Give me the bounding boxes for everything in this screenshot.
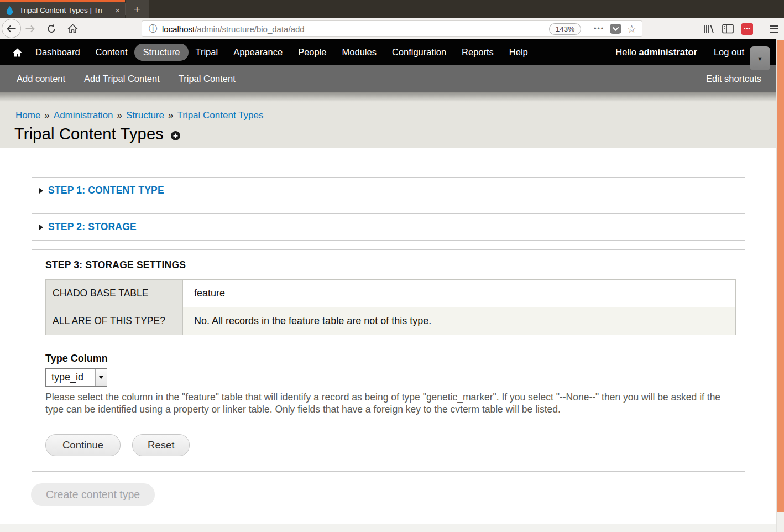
shortcut-add-tripal-content[interactable]: Add Tripal Content <box>84 74 160 84</box>
scrollbar-thumb[interactable] <box>777 40 784 512</box>
admin-menu: Dashboard Content Structure Tripal Appea… <box>35 44 528 61</box>
step3-fieldset: STEP 3: STORAGE SETTINGS CHADO BASE TABL… <box>32 249 745 472</box>
drupal-favicon-icon <box>5 6 14 15</box>
breadcrumb-tripal-content-types[interactable]: Tripal Content Types <box>177 110 263 121</box>
reset-button[interactable]: Reset <box>132 434 190 456</box>
url-host: localhost <box>162 24 195 34</box>
greeting-prefix: Hello <box>615 47 639 57</box>
chado-base-table-label: CHADO BASE TABLE <box>46 280 183 307</box>
admin-item-configuration[interactable]: Configuration <box>392 47 446 58</box>
chado-base-table-value: feature <box>183 280 736 307</box>
page-title-row: Tripal Content Types <box>14 125 180 143</box>
admin-item-help[interactable]: Help <box>509 47 528 58</box>
step2-title: STEP 2: STORAGE <box>48 221 137 233</box>
back-button[interactable] <box>2 19 21 38</box>
collapsed-arrow-icon <box>39 225 43 230</box>
shortcut-links: Add content Add Tripal Content Tripal Co… <box>17 74 236 84</box>
type-column-description: Please select the column in the "feature… <box>45 392 738 415</box>
forward-button[interactable] <box>22 20 39 37</box>
admin-item-modules[interactable]: Modules <box>342 47 377 58</box>
breadcrumb: Home»Administration»Structure»Tripal Con… <box>15 110 263 121</box>
admin-item-dashboard[interactable]: Dashboard <box>35 47 80 58</box>
menu-hamburger-icon[interactable] <box>769 24 780 34</box>
main-content: STEP 1: CONTENT TYPE STEP 2: STORAGE STE… <box>0 148 784 532</box>
zoom-level-badge[interactable]: 143% <box>549 23 582 35</box>
reload-button[interactable] <box>43 20 60 37</box>
admin-item-tripal[interactable]: Tripal <box>195 47 218 58</box>
user-greeting: Hello administrator <box>615 47 697 58</box>
admin-home-link[interactable] <box>13 48 22 57</box>
step1-fieldset-toggle[interactable]: STEP 1: CONTENT TYPE <box>32 177 745 204</box>
page-scrollbar[interactable] <box>776 39 784 532</box>
urlbar-divider <box>588 23 588 34</box>
admin-home-icon <box>13 48 22 57</box>
home-icon <box>67 24 78 33</box>
breadcrumb-home[interactable]: Home <box>15 110 40 121</box>
type-column-label: Type Column <box>45 353 731 364</box>
tab-bar: Tripal Content Types | Tri × + <box>0 0 784 18</box>
create-content-type-button[interactable]: Create content type <box>31 483 155 506</box>
breadcrumb-structure[interactable]: Structure <box>126 110 164 121</box>
type-column-selected-value: type_id <box>46 369 95 386</box>
type-column-select[interactable]: type_id <box>45 368 107 387</box>
footer-strip <box>0 524 784 532</box>
bookmark-star-icon[interactable]: ☆ <box>627 24 636 34</box>
form-actions: Continue Reset <box>45 434 731 456</box>
table-row: CHADO BASE TABLE feature <box>46 280 736 307</box>
site-info-icon[interactable]: ⓘ <box>149 23 158 35</box>
breadcrumb-separator: » <box>113 110 126 121</box>
browser-toolbar: ⓘ localhost /admin/structure/bio_data/ad… <box>0 18 784 39</box>
admin-user-area: Hello administrator Log out <box>615 47 744 58</box>
tab-title: Tripal Content Types | Tri <box>19 6 113 15</box>
continue-button[interactable]: Continue <box>45 434 121 456</box>
username: administrator <box>639 47 697 57</box>
url-path: /admin/structure/bio_data/add <box>195 24 304 34</box>
edit-shortcuts-link[interactable]: Edit shortcuts <box>706 74 761 84</box>
toolbar-orientation-toggle[interactable]: ▼ <box>750 46 770 70</box>
admin-item-people[interactable]: People <box>298 47 326 58</box>
toolbar-separator <box>761 22 761 35</box>
browser-window: Tripal Content Types | Tri × + <box>0 0 784 532</box>
active-tab[interactable]: Tripal Content Types | Tri × <box>0 0 125 18</box>
url-bar[interactable]: ⓘ localhost /admin/structure/bio_data/ad… <box>142 20 642 37</box>
collapsed-arrow-icon <box>39 188 43 194</box>
toolbar-right-cluster: ••• <box>702 18 780 39</box>
shortcut-add-content[interactable]: Add content <box>17 74 65 84</box>
shortcut-tripal-content[interactable]: Tripal Content <box>179 74 236 84</box>
library-icon[interactable] <box>702 24 714 34</box>
add-shortcut-icon[interactable] <box>171 131 180 140</box>
home-button[interactable] <box>64 20 81 37</box>
admin-item-content[interactable]: Content <box>96 47 128 58</box>
tab-close-icon[interactable]: × <box>115 6 120 14</box>
breadcrumb-separator: » <box>40 110 53 121</box>
all-of-type-label: ALL ARE OF THIS TYPE? <box>46 307 183 335</box>
breadcrumb-administration[interactable]: Administration <box>54 110 113 121</box>
drupal-admin-toolbar: Dashboard Content Structure Tripal Appea… <box>0 39 784 65</box>
shortcut-bar: Add content Add Tripal Content Tripal Co… <box>0 65 784 92</box>
page-header: Home»Administration»Structure»Tripal Con… <box>0 92 784 148</box>
extension-icon[interactable]: ••• <box>741 23 753 35</box>
forward-arrow-icon <box>25 25 35 33</box>
admin-item-reports[interactable]: Reports <box>462 47 494 58</box>
step3-title: STEP 3: STORAGE SETTINGS <box>45 259 731 271</box>
admin-item-structure[interactable]: Structure <box>134 44 189 61</box>
admin-item-appearance[interactable]: Appearance <box>233 47 283 58</box>
step2-fieldset-toggle[interactable]: STEP 2: STORAGE <box>32 213 745 241</box>
reload-icon <box>46 24 56 34</box>
breadcrumb-separator: » <box>164 110 177 121</box>
new-tab-button[interactable]: + <box>126 0 149 18</box>
table-row: ALL ARE OF THIS TYPE? No. All records in… <box>46 307 736 335</box>
all-of-type-value: No. All records in the feature table are… <box>183 307 736 335</box>
storage-settings-table: CHADO BASE TABLE feature ALL ARE OF THIS… <box>45 279 736 335</box>
logout-link[interactable]: Log out <box>714 47 744 58</box>
select-dropdown-icon <box>95 369 107 386</box>
sidebar-icon[interactable] <box>722 24 734 34</box>
back-arrow-icon <box>6 25 17 33</box>
page-title: Tripal Content Types <box>14 125 164 143</box>
step1-title: STEP 1: CONTENT TYPE <box>48 185 164 196</box>
pocket-icon[interactable] <box>610 24 621 34</box>
page-actions-icon[interactable]: ••• <box>594 25 604 33</box>
